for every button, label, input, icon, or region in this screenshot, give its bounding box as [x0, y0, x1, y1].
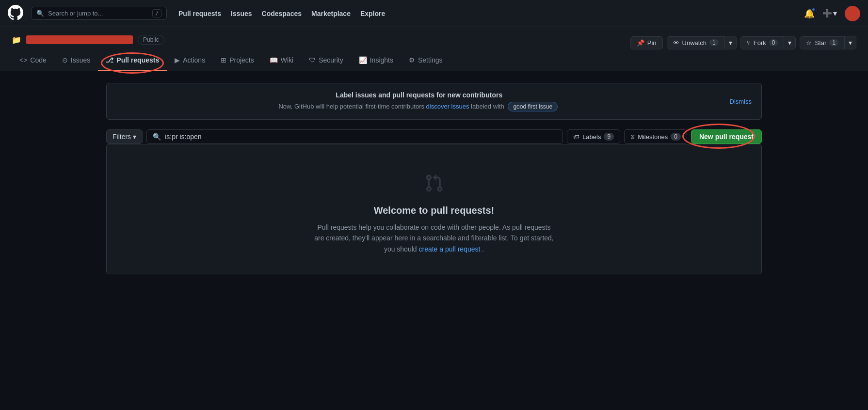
label-banner: Label issues and pull requests for new c…: [106, 83, 762, 120]
filters-label: Filters: [113, 133, 131, 141]
create-pr-link[interactable]: create a pull request: [418, 245, 480, 253]
tab-settings[interactable]: ⚙ Settings: [401, 50, 450, 71]
tab-projects-label: Projects: [229, 56, 254, 64]
milestone-icon: ⧖: [630, 133, 635, 141]
chevron-down-icon: ▾: [133, 133, 136, 141]
notification-dot: [811, 7, 816, 12]
tab-wiki-label: Wiki: [281, 56, 293, 64]
pr-empty-title: Welcome to pull requests!: [374, 205, 495, 216]
star-count: 1: [829, 39, 838, 46]
repo-icon: 📁: [12, 35, 21, 45]
banner-desc: Now, GitHub will help potential first-ti…: [116, 102, 722, 111]
repo-title-row: 📁 Public: [12, 35, 164, 45]
repo-actions-row: 📌 Pin 👁 Unwatch 1 ▾ ⑂ Fork 0 ▾: [630, 36, 856, 49]
fork-button[interactable]: ⑂ Fork 0: [740, 36, 785, 49]
top-nav: 🔍 Search or jump to... / Pull requests I…: [0, 0, 868, 27]
filters-button[interactable]: Filters ▾: [106, 129, 143, 144]
notifications-button[interactable]: 🔔: [804, 8, 815, 19]
nav-pull-requests[interactable]: Pull requests: [178, 10, 221, 17]
nav-codespaces[interactable]: Codespaces: [262, 10, 302, 17]
good-first-issue-badge: good first issue: [508, 102, 558, 111]
tab-pr-label: Pull requests: [116, 56, 159, 64]
labels-label: Labels: [582, 133, 601, 141]
projects-icon: ⊞: [221, 56, 226, 64]
tab-security-label: Security: [319, 56, 343, 64]
banner-desc-after: labeled with: [471, 103, 506, 110]
chevron-down-icon: ▾: [833, 9, 837, 18]
tab-insights[interactable]: 📈 Insights: [351, 50, 401, 71]
wiki-icon: 📖: [270, 56, 278, 64]
create-new-button[interactable]: ➕ ▾: [822, 9, 837, 18]
tab-security[interactable]: 🛡 Security: [301, 50, 351, 71]
tab-projects[interactable]: ⊞ Projects: [213, 50, 262, 71]
main-content: Label issues and pull requests for new c…: [95, 71, 773, 286]
star-button[interactable]: ☆ Star 1: [800, 36, 845, 49]
pin-label: Pin: [647, 39, 657, 47]
tab-actions[interactable]: ▶ Actions: [167, 50, 213, 71]
public-badge: Public: [138, 35, 164, 45]
unwatch-dropdown[interactable]: ▾: [724, 36, 737, 49]
new-pr-wrapper: New pull request: [691, 129, 762, 144]
star-label: Star: [815, 39, 826, 47]
issues-icon: ⊙: [62, 56, 68, 64]
search-icon: 🔍: [36, 10, 44, 17]
filters-row: Filters ▾ 🔍 🏷 Labels 9 ⧖ Milestones 0 Ne…: [106, 129, 762, 144]
star-icon: ☆: [806, 39, 812, 47]
avatar[interactable]: [845, 6, 860, 21]
labels-count: 9: [604, 133, 614, 141]
search-input[interactable]: [165, 133, 557, 141]
fork-dropdown[interactable]: ▾: [784, 36, 796, 49]
tab-wiki[interactable]: 📖 Wiki: [262, 50, 301, 71]
settings-icon: ⚙: [409, 56, 415, 64]
search-icon: 🔍: [153, 133, 161, 141]
search-bar[interactable]: 🔍: [146, 129, 563, 144]
discover-issues-link[interactable]: discover issues: [426, 103, 469, 110]
github-logo[interactable]: [8, 5, 23, 22]
fork-label: Fork: [754, 39, 766, 47]
security-icon: 🛡: [309, 56, 316, 64]
pr-empty-desc: Pull requests help you collaborate on co…: [313, 222, 555, 254]
labels-button[interactable]: 🏷 Labels 9: [567, 129, 620, 144]
milestones-label: Milestones: [638, 133, 668, 141]
tab-pull-requests[interactable]: ⎇ Pull requests: [98, 50, 167, 71]
code-icon: <>: [19, 56, 27, 64]
dismiss-button[interactable]: Dismiss: [730, 98, 752, 105]
tab-code[interactable]: <> Code: [12, 50, 54, 71]
search-placeholder: Search or jump to...: [48, 10, 103, 17]
pr-list-area: Welcome to pull requests! Pull requests …: [106, 144, 762, 274]
search-kbd: /: [152, 9, 161, 17]
top-nav-links: Pull requests Issues Codespaces Marketpl…: [178, 10, 385, 17]
banner-title: Label issues and pull requests for new c…: [116, 91, 722, 99]
unwatch-label: Unwatch: [682, 39, 707, 47]
insights-icon: 📈: [359, 56, 367, 64]
milestones-button[interactable]: ⧖ Milestones 0: [624, 129, 687, 144]
global-search[interactable]: 🔍 Search or jump to... /: [31, 7, 167, 20]
actions-icon: ▶: [175, 56, 180, 64]
pr-empty-state: Welcome to pull requests! Pull requests …: [107, 144, 761, 274]
unwatch-button[interactable]: 👁 Unwatch 1: [667, 36, 725, 49]
new-pull-request-button[interactable]: New pull request: [691, 129, 762, 144]
nav-issues[interactable]: Issues: [231, 10, 252, 17]
repo-name-redacted: [26, 35, 133, 44]
nav-explore[interactable]: Explore: [360, 10, 385, 17]
fork-count: 0: [769, 39, 778, 46]
fork-icon: ⑂: [747, 39, 751, 47]
pr-icon: ⎇: [106, 56, 113, 64]
unwatch-count: 1: [709, 39, 719, 46]
label-banner-content: Label issues and pull requests for new c…: [116, 91, 722, 111]
tab-issues-label: Issues: [71, 56, 90, 64]
banner-desc-before: Now, GitHub will help potential first-ti…: [278, 103, 426, 110]
pin-icon: 📌: [637, 39, 644, 47]
tab-issues[interactable]: ⊙ Issues: [54, 50, 98, 71]
eye-icon: 👁: [673, 39, 679, 47]
star-dropdown[interactable]: ▾: [844, 36, 856, 49]
repo-tabs: <> Code ⊙ Issues ⎇ Pull requests ▶ Actio…: [12, 50, 856, 71]
nav-marketplace[interactable]: Marketplace: [311, 10, 351, 17]
pin-button[interactable]: 📌 Pin: [630, 36, 663, 49]
milestones-count: 0: [671, 133, 681, 141]
top-nav-right: 🔔 ➕ ▾: [804, 6, 860, 21]
tab-insights-label: Insights: [370, 56, 393, 64]
pr-empty-icon: [424, 173, 444, 197]
pr-empty-desc-end: .: [482, 245, 484, 253]
tab-settings-label: Settings: [418, 56, 443, 64]
